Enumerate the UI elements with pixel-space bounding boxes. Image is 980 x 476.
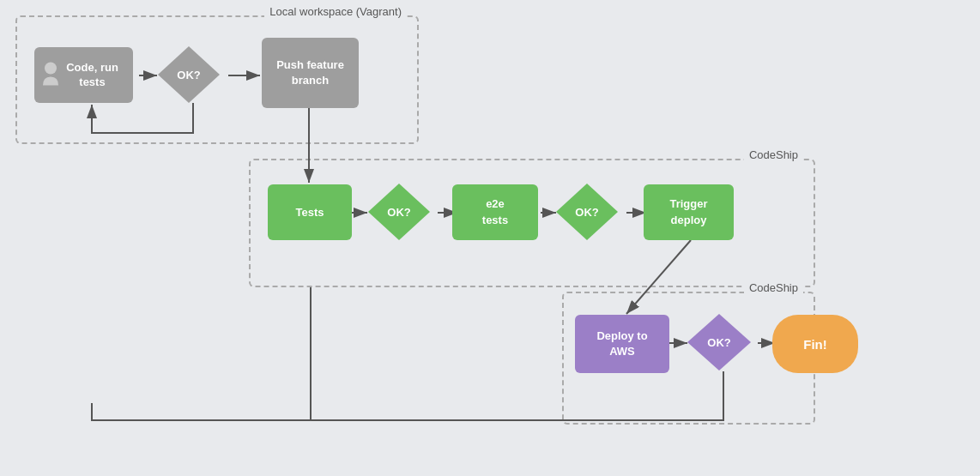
node-ok3: OK?: [553, 180, 621, 244]
svg-text:OK?: OK?: [707, 336, 731, 349]
node-fin: Fin!: [772, 315, 858, 373]
code-run-tests-label: Code, run tests: [66, 61, 118, 90]
region-codeship-top-label: CodeShip: [744, 148, 803, 161]
node-ok4: OK?: [684, 310, 754, 375]
person-icon: [41, 61, 60, 89]
node-ok1: OK?: [154, 43, 223, 107]
node-code-run-tests: Code, run tests: [34, 47, 133, 103]
svg-point-11: [45, 62, 57, 74]
svg-text:OK?: OK?: [575, 206, 599, 219]
node-push-feature: Push feature branch: [262, 38, 359, 108]
svg-text:OK?: OK?: [177, 69, 201, 81]
node-trigger-deploy: Trigger deploy: [644, 184, 734, 240]
region-codeship-bottom-label: CodeShip: [744, 281, 803, 294]
node-tests: Tests: [268, 184, 352, 240]
tests-label: Tests: [296, 206, 324, 219]
region-local-workspace-label: Local workspace (Vagrant): [264, 5, 407, 18]
node-deploy-aws: Deploy to AWS: [575, 315, 669, 373]
diagram-container: Local workspace (Vagrant) CodeShip CodeS…: [0, 0, 980, 476]
trigger-deploy-label: Trigger deploy: [669, 196, 707, 227]
node-ok2: OK?: [365, 180, 433, 244]
deploy-aws-label: Deploy to AWS: [596, 328, 647, 359]
svg-text:OK?: OK?: [387, 206, 411, 219]
fin-label: Fin!: [803, 337, 827, 352]
push-feature-label: Push feature branch: [276, 57, 344, 88]
e2e-tests-label: e2e tests: [482, 196, 508, 227]
node-e2e-tests: e2e tests: [452, 184, 538, 240]
